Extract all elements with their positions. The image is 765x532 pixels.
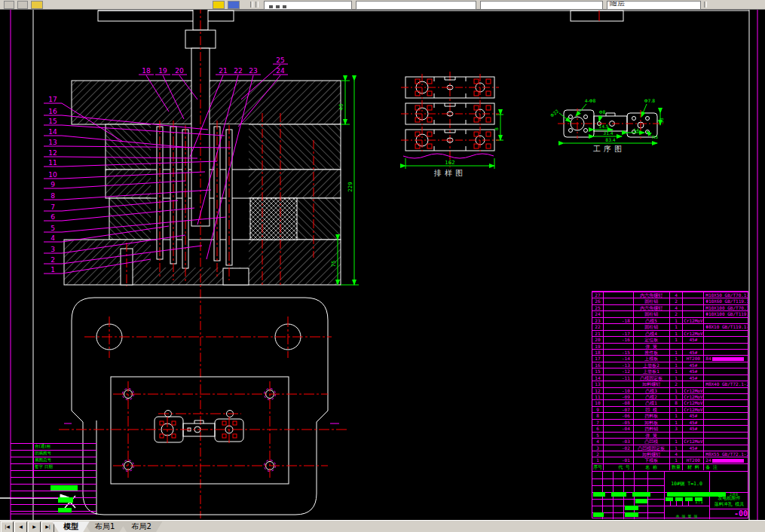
highlighted-cell <box>667 492 726 497</box>
highlighted-cell <box>593 492 605 497</box>
bom-cell: 凹 模 <box>634 407 670 412</box>
bom-cell: 凸模1 <box>634 400 670 405</box>
linetype-combobox[interactable] <box>480 1 603 10</box>
bom-row: 5弹 簧 <box>592 432 748 438</box>
table-line <box>11 491 96 491</box>
proc-dim-d4: 14 <box>633 127 639 133</box>
tab-model[interactable]: 模型 <box>52 521 90 532</box>
balloon-number: 23 <box>249 67 257 75</box>
bom-cell: 2 <box>670 298 684 304</box>
bom-cell <box>683 292 704 298</box>
bom-cell: Cr12MoV <box>683 394 704 399</box>
bom-cell <box>683 451 704 457</box>
bom-row: 10-08凸模18Cr12MoV <box>592 399 748 405</box>
bom-cell: 圆柱销 <box>634 298 670 304</box>
tab-nav-button[interactable]: |◀ <box>1 521 14 532</box>
highlighted-cell <box>611 492 626 497</box>
highlighted-cell <box>625 512 638 517</box>
toolbar-icon[interactable] <box>17 1 28 9</box>
bom-cell: -06 <box>604 413 634 418</box>
bom-row: 12-10凸模31Cr12MoV <box>592 387 748 393</box>
bom-cell: 弹 簧 <box>634 344 670 349</box>
bom-row: 7-05卸料板145# <box>592 419 748 425</box>
tab-layout[interactable]: 布局2 <box>120 521 162 532</box>
layer-combobox[interactable] <box>264 1 352 10</box>
highlighted-cell <box>695 497 702 501</box>
bom-cell: Cr12MoV <box>683 400 704 405</box>
bom-row: 3-02凸凹模固定板145# <box>592 445 748 451</box>
bom-cell: 1 <box>670 337 684 342</box>
bom-cell <box>704 413 748 418</box>
bom-cell: 45# <box>683 426 704 431</box>
bom-cell: Cr12MoV <box>683 388 704 393</box>
dim-overall: 229 <box>347 182 353 191</box>
highlighted-cell <box>50 485 78 491</box>
bom-cell: -01 <box>604 457 634 463</box>
bom-cell <box>683 433 704 438</box>
balloon-number: 2 <box>50 256 55 264</box>
combobox-value: 随层 <box>610 1 625 7</box>
bom-cell: 凸模4 <box>634 331 670 336</box>
selected-text-highlight <box>712 459 744 463</box>
bom-cell: 25 <box>592 305 604 310</box>
bom-cell <box>683 311 704 316</box>
highlighted-cell <box>675 497 683 501</box>
preview-icon[interactable] <box>228 1 240 9</box>
bom-cell: 定位板 <box>634 337 670 342</box>
bom-row: 19弹 簧 <box>592 343 748 349</box>
proc-dim-radius: R5 <box>652 134 658 139</box>
parts-list-table: 10#钢 T=1.0 2月8 发电机附件 落料冲孔 模具 1:1 共 张 第 张… <box>592 291 748 518</box>
strip-view-label: 排样图 <box>433 169 466 177</box>
bom-cell: -17 <box>604 331 634 336</box>
dim-bottom: 75 <box>331 261 337 268</box>
balloon-number: 25 <box>276 57 284 64</box>
lineweight-combobox[interactable]: 随层 <box>607 1 701 10</box>
tab-nav-button[interactable]: ◀ <box>14 521 27 532</box>
balloon-number: 12 <box>48 149 57 157</box>
color-combobox[interactable] <box>356 1 476 10</box>
bom-row: 2卸料螺钉4M8X55 GB/T72.1-2000 <box>592 451 748 457</box>
paint-icon[interactable] <box>31 1 43 9</box>
balloon-number: 11 <box>48 159 57 167</box>
bom-cell <box>604 344 634 349</box>
bom-row: 9-07凹 模1Cr12MoV <box>592 406 748 412</box>
bom-cell: 24 <box>592 311 604 316</box>
balloon-number: 15 <box>48 118 57 125</box>
bom-cell: 推件板 <box>634 350 670 355</box>
bom-cell: 22 <box>592 324 604 329</box>
side-table-label: 合(通)用 <box>35 444 95 449</box>
match-properties-icon[interactable] <box>213 1 225 9</box>
sheet-note: 共 张 第 张 <box>665 514 708 518</box>
bom-cell: 8 <box>670 400 684 405</box>
bom-cell <box>604 381 634 387</box>
bom-cell: 12 <box>592 388 604 393</box>
balloon-number: 3 <box>50 246 55 253</box>
balloon-number: 24 <box>276 67 285 75</box>
bom-row: 8-06挡料板145# <box>592 412 748 418</box>
tab-nav-button[interactable]: ▶ <box>28 521 41 532</box>
bom-row: 1-01下模板1HT20024 <box>592 457 748 463</box>
bom-cell: 45# <box>683 368 704 374</box>
cad-application-window: 随层 <box>0 0 765 532</box>
balloon-number: 17 <box>48 96 57 103</box>
tab-layout[interactable]: 布局1 <box>84 521 126 532</box>
bom-cell: -18 <box>604 318 634 323</box>
bom-cell: 2 <box>670 381 684 387</box>
bom-cell: 1 <box>670 368 684 374</box>
bom-cell <box>604 298 634 304</box>
die-base-plan-view <box>59 298 347 515</box>
bom-cell: 序号 <box>592 464 604 471</box>
balloon-number: 13 <box>48 139 57 146</box>
bom-cell <box>704 445 748 451</box>
toolbar-icon[interactable] <box>4 1 14 9</box>
bom-cell <box>670 344 684 349</box>
tab-nav-button[interactable]: ▶| <box>41 521 54 532</box>
bom-cell <box>683 344 704 349</box>
bom-cell: 6 <box>592 426 604 431</box>
bom-cell: 4 <box>592 439 604 444</box>
bom-cell: HT200 <box>683 356 704 361</box>
bom-cell: -08 <box>604 400 634 405</box>
bom-cell: -10 <box>604 388 634 393</box>
bom-cell: 21 <box>592 331 604 336</box>
bom-cell: 凸模2 <box>634 394 670 399</box>
